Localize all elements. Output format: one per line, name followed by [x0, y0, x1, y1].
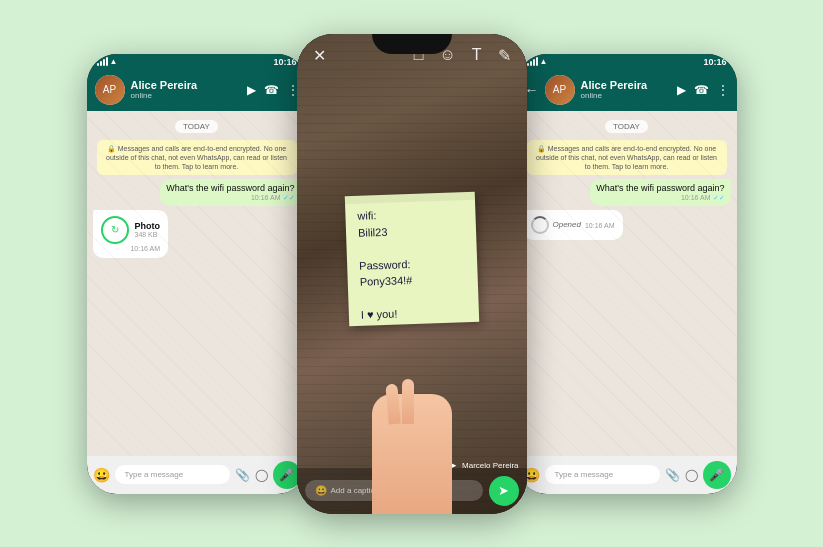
right-msg-out-time: 10:16 AM ✓✓	[596, 194, 724, 202]
send-btn-center[interactable]: ➤	[489, 476, 519, 506]
bar1	[97, 63, 99, 66]
phone-icon[interactable]: ☎	[264, 83, 279, 97]
photo-viewer: ✕ □ ☺ T ✎ wifi: Bilil23 Password: Pony33…	[297, 34, 527, 514]
right-video-icon[interactable]: ▶	[677, 83, 686, 97]
center-phone: ✕ □ ☺ T ✎ wifi: Bilil23 Password: Pony33…	[297, 34, 527, 514]
bar4	[106, 57, 108, 66]
right-chat-input: 😀 Type a message 📎 ◯ 🎤	[517, 456, 737, 494]
scene: ▲ 10:16 AP Alice Pereira online ▶ ☎ ⋮	[0, 0, 823, 547]
attach-btn-left[interactable]: 📎	[235, 468, 250, 482]
right-input-placeholder: Type a message	[555, 470, 614, 479]
right-more-icon[interactable]: ⋮	[717, 83, 729, 97]
left-header-icons: ▶ ☎ ⋮	[247, 83, 299, 97]
back-arrow-icon[interactable]: ←	[525, 82, 539, 98]
right-avatar: AP	[545, 75, 575, 105]
left-input-placeholder: Type a message	[125, 470, 184, 479]
left-msg-out: What's the wifi password again? 10:16 AM…	[160, 179, 300, 206]
text-icon[interactable]: T	[472, 46, 482, 65]
left-chat-header: AP Alice Pereira online ▶ ☎ ⋮	[87, 69, 307, 111]
photo-content: wifi: Bilil23 Password: Pony334!# I ♥ yo…	[297, 34, 527, 514]
wifi-icon: ▲	[110, 57, 118, 66]
right-input-field[interactable]: Type a message	[545, 465, 660, 484]
bg-decor	[87, 111, 307, 456]
right-contact-info: Alice Pereira online	[581, 79, 671, 100]
right-phone: ▲ 10:16 ← AP Alice Pereira online ▶ ☎ ⋮	[517, 54, 737, 494]
right-wifi-icon: ▲	[540, 57, 548, 66]
left-status-bar: ▲ 10:16	[87, 54, 307, 69]
bar2	[100, 61, 102, 66]
draw-icon[interactable]: ✎	[498, 46, 511, 65]
left-chat-input: 😀 Type a message 📎 ◯ 🎤	[87, 456, 307, 494]
attach-btn-right[interactable]: 📎	[665, 468, 680, 482]
right-contact-name: Alice Pereira	[581, 79, 671, 91]
right-phone-screen: ▲ 10:16 ← AP Alice Pereira online ▶ ☎ ⋮	[517, 54, 737, 494]
left-contact-status: online	[131, 91, 241, 100]
sticky-note-scene: wifi: Bilil23 Password: Pony334!# I ♥ yo…	[297, 34, 527, 514]
caption-emoji-icon: 😀	[315, 485, 327, 496]
right-status-time: 10:16	[703, 57, 726, 67]
hand	[372, 394, 452, 514]
right-contact-status: online	[581, 91, 671, 100]
bar3	[103, 59, 105, 66]
right-check-marks: ✓✓	[713, 194, 725, 201]
signal-bars	[97, 58, 108, 66]
right-chat-header: ← AP Alice Pereira online ▶ ☎ ⋮	[517, 69, 737, 111]
right-status-bar: ▲ 10:16	[517, 54, 737, 69]
left-chat-body: TODAY 🔒 Messages and calls are end-to-en…	[87, 111, 307, 456]
close-icon[interactable]: ✕	[313, 46, 326, 65]
right-phone-icon[interactable]: ☎	[694, 83, 709, 97]
right-header-icons: ▶ ☎ ⋮	[677, 83, 729, 97]
mic-btn-right[interactable]: 🎤	[703, 461, 731, 489]
right-bg-decor	[517, 111, 737, 456]
left-msg-out-time: 10:16 AM ✓✓	[166, 194, 294, 202]
sticky-note: wifi: Bilil23 Password: Pony334!# I ♥ yo…	[344, 191, 478, 325]
check-marks: ✓✓	[283, 194, 295, 201]
video-icon[interactable]: ▶	[247, 83, 256, 97]
left-phone: ▲ 10:16 AP Alice Pereira online ▶ ☎ ⋮	[87, 54, 307, 494]
left-status-time: 10:16	[273, 57, 296, 67]
left-contact-name: Alice Pereira	[131, 79, 241, 91]
camera-btn-left[interactable]: ◯	[255, 468, 268, 482]
left-input-field[interactable]: Type a message	[115, 465, 230, 484]
left-contact-info: Alice Pereira online	[131, 79, 241, 100]
send-arrow-icon: ➤	[498, 483, 509, 498]
phone-notch	[372, 34, 452, 54]
camera-btn-right[interactable]: ◯	[685, 468, 698, 482]
left-avatar: AP	[95, 75, 125, 105]
right-chat-body: TODAY 🔒 Messages and calls are end-to-en…	[517, 111, 737, 456]
center-phone-screen: ✕ □ ☺ T ✎ wifi: Bilil23 Password: Pony33…	[297, 34, 527, 514]
left-phone-screen: ▲ 10:16 AP Alice Pereira online ▶ ☎ ⋮	[87, 54, 307, 494]
left-avatar-img: AP	[95, 75, 125, 105]
right-msg-out-text: What's the wifi password again?	[596, 183, 724, 193]
left-msg-out-text: What's the wifi password again?	[166, 183, 294, 193]
right-msg-out: What's the wifi password again? 10:16 AM…	[590, 179, 730, 206]
sticky-note-text: wifi: Bilil23 Password: Pony334!# I ♥ yo…	[357, 204, 467, 323]
right-signal-bars	[527, 58, 538, 66]
emoji-btn-left[interactable]: 😀	[93, 467, 110, 483]
right-avatar-img: AP	[545, 75, 575, 105]
